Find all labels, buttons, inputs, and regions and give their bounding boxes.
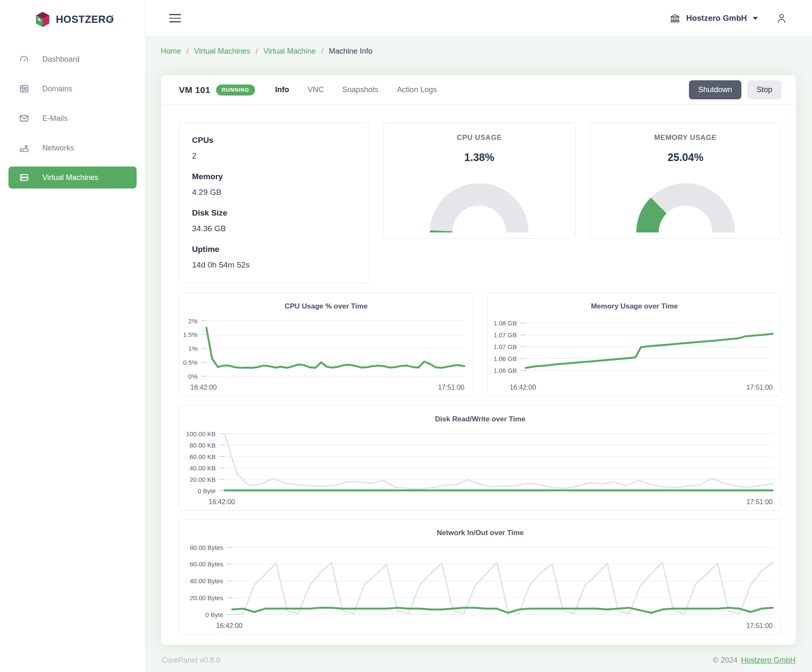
chart-plot: 2%1.5%1%0.5%0%16:42:0017:51:00 [179, 293, 473, 396]
vm-panel-header: VM 101 RUNNING InfoVNCSnapshotsAction Lo… [161, 75, 796, 105]
org-name: Hostzero GmbH [686, 14, 747, 23]
svg-text:100.00 KB: 100.00 KB [186, 430, 216, 437]
svg-text:20.00 KB: 20.00 KB [189, 476, 216, 483]
footer-brand-link[interactable]: Hostzero GmbH [741, 656, 796, 665]
info-field: Memory4.29 GB [192, 172, 356, 197]
chart-plot: 80.00 Bytes60.00 Bytes40.00 Bytes20.00 B… [179, 519, 781, 634]
svg-text:16:42:00: 16:42:00 [190, 384, 217, 391]
tab-info[interactable]: Info [275, 85, 289, 94]
vm-panel: VM 101 RUNNING InfoVNCSnapshotsAction Lo… [161, 75, 796, 645]
svg-text:0 Byte: 0 Byte [205, 611, 223, 618]
page-content: Home/Virtual Machines/Virtual Machine/Ma… [145, 37, 812, 672]
tab-snapshots[interactable]: Snapshots [343, 85, 379, 94]
info-field: CPUs2 [192, 136, 356, 161]
breadcrumb: Home/Virtual Machines/Virtual Machine/Ma… [161, 43, 796, 60]
breadcrumb-separator: / [256, 47, 258, 56]
user-menu[interactable] [776, 12, 787, 25]
gauge-value: 25.04% [590, 151, 782, 164]
cpu-usage-gauge: CPU USAGE1.38% [383, 123, 576, 239]
breadcrumb-link[interactable]: Virtual Machines [194, 47, 250, 56]
org-switcher[interactable]: Hostzero GmbH [669, 12, 758, 24]
svg-text:17:51:00: 17:51:00 [746, 384, 773, 391]
user-icon [776, 12, 787, 25]
svg-text:80.00 Bytes: 80.00 Bytes [190, 544, 223, 551]
svg-text:40.00 Bytes: 40.00 Bytes [190, 577, 223, 585]
svg-text:16:42:00: 16:42:00 [216, 622, 242, 629]
info-value: 14d 0h 54m 52s [192, 260, 356, 270]
svg-text:1.5%: 1.5% [183, 331, 198, 338]
info-label: Uptime [192, 245, 356, 254]
bank-icon [669, 12, 681, 24]
breadcrumb-separator: / [187, 47, 189, 56]
svg-text:16:42:00: 16:42:00 [208, 498, 235, 505]
info-field: Disk Size34.36 GB [192, 208, 356, 233]
shutdown-button[interactable]: Shutdown [689, 80, 741, 99]
memory-usage-chart: Memory Usage over Time1.08 GB1.07 GB1.07… [487, 292, 782, 396]
vm-info-card: CPUs2Memory4.29 GBDisk Size34.36 GBUptim… [179, 123, 369, 283]
sidebar-item-networks[interactable]: Networks [8, 137, 137, 159]
sidebar-item-virtual-machines[interactable]: Virtual Machines [8, 167, 137, 188]
svg-text:20.00 Bytes: 20.00 Bytes [190, 594, 223, 601]
chart-plot: 1.08 GB1.07 GB1.07 GB1.06 GB1.06 GB16:42… [488, 293, 781, 396]
dashboard-icon [19, 54, 30, 65]
svg-text:1.08 GB: 1.08 GB [494, 320, 517, 327]
chevron-down-icon [753, 17, 758, 20]
breadcrumb-current: Machine Info [329, 47, 373, 56]
info-label: Disk Size [192, 208, 356, 218]
memory-usage-gauge: MEMORY USAGE25.04% [590, 123, 782, 239]
app-root: HOSTZERO DashboardDomainsE-MailsNetworks… [0, 0, 812, 672]
vm-actions: Shutdown Stop [689, 80, 782, 99]
stop-button[interactable]: Stop [747, 80, 782, 99]
main-area: Hostzero GmbH Home/Virtual Machines/Virt… [145, 0, 812, 672]
svg-text:1.06 GB: 1.06 GB [494, 355, 517, 362]
svg-text:1%: 1% [188, 345, 198, 352]
vm-tabs: InfoVNCSnapshotsAction Logs [275, 85, 437, 94]
emails-icon [19, 113, 30, 124]
brand-logo[interactable]: HOSTZERO [0, 0, 145, 28]
vm-title: VM 101 [179, 85, 210, 95]
sidebar-item-label: Networks [42, 144, 74, 153]
svg-text:16:42:00: 16:42:00 [510, 384, 536, 391]
gauge-title: CPU USAGE [384, 134, 575, 142]
footer: CorePanel v0.8.0 © 2024 Hostzero GmbH [161, 645, 796, 672]
sidebar-item-dashboard[interactable]: Dashboard [8, 48, 137, 70]
sidebar-item-label: Virtual Machines [42, 173, 99, 182]
svg-text:0.5%: 0.5% [183, 359, 198, 366]
svg-text:17:51:00: 17:51:00 [438, 384, 464, 391]
sidebar-item-label: E-Mails [42, 114, 68, 123]
svg-text:17:51:00: 17:51:00 [746, 622, 773, 629]
svg-text:60.00 Bytes: 60.00 Bytes [190, 560, 223, 568]
info-value: 34.36 GB [192, 224, 356, 233]
topbar: Hostzero GmbH [145, 0, 812, 37]
sidebar-item-domains[interactable]: Domains [8, 78, 137, 100]
gauge-value: 1.38% [384, 151, 575, 164]
tab-action-logs[interactable]: Action Logs [397, 85, 437, 94]
breadcrumb-separator: / [321, 47, 324, 56]
sidebar-item-label: Domains [42, 85, 72, 93]
sidebar-item-e-mails[interactable]: E-Mails [8, 107, 137, 129]
menu-toggle-icon[interactable] [169, 14, 181, 22]
tab-vnc[interactable]: VNC [308, 85, 324, 94]
status-badge: RUNNING [216, 85, 255, 96]
breadcrumb-link[interactable]: Home [161, 47, 181, 56]
gauge-arc [625, 173, 746, 235]
svg-text:1.07 GB: 1.07 GB [494, 331, 517, 339]
sidebar: HOSTZERO DashboardDomainsE-MailsNetworks… [0, 0, 145, 672]
chart-plot: 100.00 KB80.00 KB60.00 KB40.00 KB20.00 K… [179, 406, 781, 510]
svg-text:0%: 0% [188, 373, 198, 380]
cpu-usage-chart: CPU Usage % over Time2%1.5%1%0.5%0%16:42… [179, 292, 473, 396]
domains-icon [19, 83, 30, 94]
breadcrumb-link[interactable]: Virtual Machine [263, 47, 316, 56]
info-label: CPUs [192, 136, 356, 145]
sidebar-item-label: Dashboard [42, 55, 80, 64]
svg-text:1.06 GB: 1.06 GB [494, 367, 517, 374]
networks-icon [19, 142, 30, 153]
sidebar-nav: DashboardDomainsE-MailsNetworksVirtual M… [0, 48, 145, 188]
svg-text:17:51:00: 17:51:00 [746, 498, 773, 505]
info-value: 2 [192, 151, 356, 161]
footer-copyright: © 2024 [713, 656, 738, 665]
info-field: Uptime14d 0h 54m 52s [192, 245, 356, 270]
svg-text:40.00 KB: 40.00 KB [189, 464, 216, 472]
svg-text:80.00 KB: 80.00 KB [189, 442, 216, 449]
hostzero-cube-icon [35, 11, 51, 28]
